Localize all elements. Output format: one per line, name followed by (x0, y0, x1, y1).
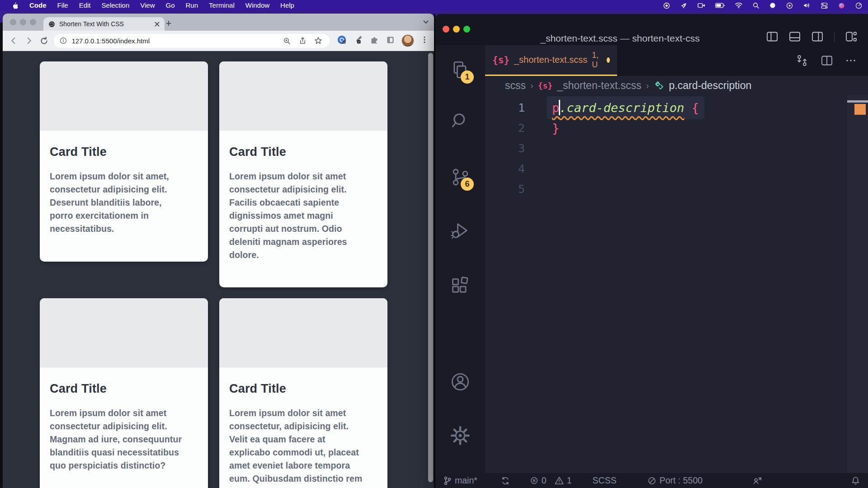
problems-errors[interactable]: 0 (530, 475, 547, 486)
zoom-window-button[interactable] (463, 26, 470, 33)
breadcrumb-file[interactable]: _shorten-text.scss (557, 80, 642, 92)
line-number: 1 (485, 98, 525, 118)
scrollbar-slider[interactable] (847, 100, 868, 103)
eyedropper-extension-icon[interactable] (353, 35, 363, 47)
siri-icon[interactable] (838, 2, 845, 9)
menu-terminal[interactable]: Terminal (203, 0, 240, 11)
sidebar-item-search[interactable] (450, 111, 470, 131)
browser-scrollbar[interactable] (428, 53, 433, 482)
menu-selection[interactable]: Selection (96, 0, 135, 11)
editor-scrollbar[interactable] (847, 95, 868, 473)
apple-menu[interactable] (6, 2, 24, 9)
video-camera-icon[interactable] (697, 2, 706, 9)
forward-button[interactable] (24, 35, 34, 47)
menu-help[interactable]: Help (275, 0, 300, 11)
line-number: 3 (485, 138, 525, 159)
app-circle-icon[interactable] (769, 2, 776, 9)
split-editor-icon[interactable] (821, 55, 833, 66)
language-mode[interactable]: SCSS (593, 475, 617, 486)
close-window-button[interactable] (10, 19, 16, 25)
run-debug-icon (450, 221, 470, 240)
menu-edit[interactable]: Edit (74, 0, 96, 11)
close-window-button[interactable] (443, 26, 449, 33)
vscode-traffic-lights[interactable] (443, 26, 470, 33)
customize-layout-icon[interactable] (845, 31, 857, 42)
play-circle-icon[interactable] (786, 2, 793, 9)
code-line[interactable]: 1 p.card-description { (485, 98, 868, 118)
sidebar-item-accounts[interactable] (450, 372, 470, 392)
zoom-page-icon[interactable] (281, 35, 292, 47)
more-actions-icon[interactable] (845, 55, 856, 66)
source-control-badge: 6 (461, 178, 474, 191)
address-bar[interactable]: 127.0.0.1:5500/index.html (54, 34, 330, 48)
sidebar-item-extensions[interactable] (450, 276, 470, 296)
close-tab-icon[interactable] (154, 21, 160, 27)
rocket-icon[interactable] (680, 2, 688, 9)
reload-button[interactable] (39, 35, 50, 47)
puzzle-extensions-icon[interactable] (369, 35, 379, 47)
side-panel-extension-icon[interactable] (386, 35, 395, 47)
live-server-port[interactable]: Port : 5500 (647, 475, 703, 486)
code-line[interactable]: 3 (485, 138, 868, 159)
app-menu-code[interactable]: Code (24, 0, 52, 11)
menu-window[interactable]: Window (240, 0, 275, 11)
apple-icon (12, 2, 19, 9)
unsaved-dot-icon[interactable] (607, 57, 610, 63)
menu-run[interactable]: Run (180, 0, 204, 11)
compare-changes-icon[interactable] (796, 54, 808, 67)
card-image-placeholder (40, 298, 208, 367)
spotlight-search-icon[interactable] (752, 2, 760, 9)
url-text[interactable]: 127.0.0.1:5500/index.html (71, 37, 277, 45)
notifications-button[interactable] (851, 476, 860, 485)
code-line[interactable]: 2 } (485, 118, 868, 138)
menu-file[interactable]: File (52, 0, 74, 11)
card-title: Card Title (229, 382, 377, 396)
code-line[interactable]: 5 (485, 179, 868, 199)
control-center-icon[interactable] (821, 2, 828, 9)
breadcrumb-symbol[interactable]: p.card-description (669, 80, 752, 92)
browser-tab-active[interactable]: Shorten Text With CSS (43, 17, 165, 31)
back-button[interactable] (8, 35, 19, 47)
browser-toolbar: 127.0.0.1:5500/index.html (3, 31, 434, 51)
editor-tab-active[interactable]: {s} _shorten-text.scss 1, U (485, 45, 617, 76)
code-line[interactable]: 4 (485, 159, 868, 179)
menu-go[interactable]: Go (160, 0, 180, 11)
browser-menu-dots-icon[interactable] (420, 36, 429, 46)
toggle-sidebar-icon[interactable] (766, 31, 778, 42)
problems-warnings[interactable]: 1 (555, 475, 572, 486)
wifi-icon[interactable] (735, 2, 743, 9)
page-viewport: Card Title Lorem ipsum dolor sit amet, c… (3, 51, 434, 488)
new-tab-button[interactable]: + (162, 17, 175, 30)
toggle-panel-icon[interactable] (789, 31, 801, 42)
share-icon[interactable] (297, 35, 308, 47)
password-manager-extension-icon[interactable] (337, 35, 347, 47)
clock-icon[interactable] (855, 2, 863, 9)
browser-traffic-lights[interactable] (10, 19, 36, 25)
extensions-zone (337, 34, 429, 47)
sync-button[interactable] (501, 476, 510, 485)
scss-error-squiggle: p.card-description (552, 101, 684, 115)
sidebar-item-explorer[interactable]: 1 (450, 60, 470, 80)
volume-icon[interactable] (803, 2, 811, 9)
toggle-secondary-sidebar-icon[interactable] (811, 31, 823, 42)
code-editor[interactable]: 1 p.card-description { 2 } 3 4 5 (485, 95, 868, 473)
code-token-selector: .card-description (559, 101, 684, 115)
sidebar-item-settings[interactable] (450, 426, 470, 446)
live-share-button[interactable] (752, 476, 762, 485)
minimize-window-button[interactable] (453, 26, 460, 33)
sidebar-item-run-debug[interactable] (450, 221, 470, 240)
screen-record-icon[interactable] (663, 2, 670, 9)
card-description: Lorem ipsum dolor sit amet consectetur, … (229, 407, 377, 485)
bookmark-star-icon[interactable] (312, 35, 324, 47)
battery-icon[interactable] (715, 2, 725, 9)
zoom-window-button[interactable] (30, 19, 36, 25)
branch-indicator[interactable]: main* (443, 475, 477, 486)
sidebar-item-source-control[interactable]: 6 (450, 167, 470, 187)
minimize-window-button[interactable] (20, 19, 26, 25)
menu-view[interactable]: View (135, 0, 160, 11)
tab-overflow-chevron-icon[interactable] (422, 18, 429, 27)
site-info-icon[interactable] (59, 37, 67, 45)
breadcrumb-folder[interactable]: scss (505, 80, 526, 92)
person-share-icon (752, 476, 762, 485)
browser-profile-avatar[interactable] (401, 34, 414, 47)
